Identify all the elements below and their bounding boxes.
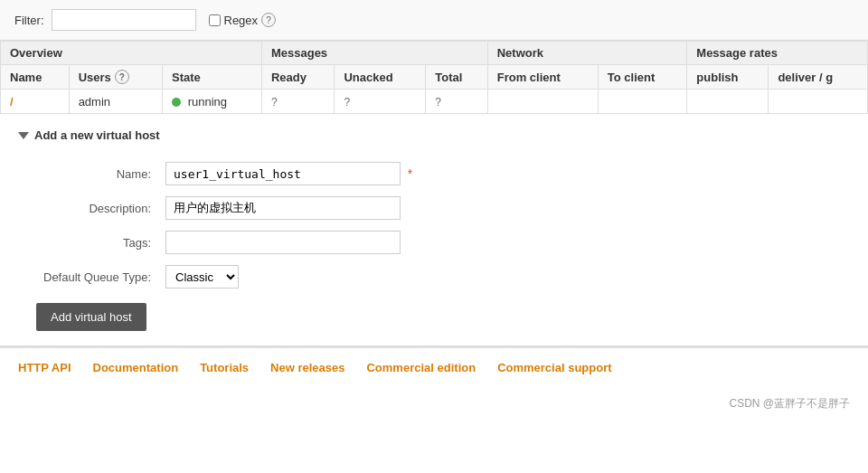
name-row: Name: *: [36, 156, 420, 191]
col-users: Users ?: [69, 65, 162, 90]
row-ready: ?: [261, 90, 334, 114]
footer-link-tutorials[interactable]: Tutorials: [200, 361, 249, 374]
toggle-triangle-icon: [18, 132, 29, 139]
section-toggle[interactable]: Add a new virtual host: [18, 128, 850, 142]
col-from-client: From client: [487, 65, 598, 90]
footer-link-http-api[interactable]: HTTP API: [18, 361, 71, 374]
filter-input[interactable]: [52, 9, 196, 31]
row-users: admin: [69, 90, 162, 114]
row-from-client: [487, 90, 598, 114]
name-label: Name:: [36, 156, 158, 191]
tags-input[interactable]: [165, 231, 401, 254]
regex-container: Regex ?: [209, 13, 277, 27]
tags-label: Tags:: [36, 225, 158, 260]
col-state: State: [163, 65, 262, 90]
name-input-cell: *: [158, 156, 420, 191]
row-name[interactable]: /: [1, 90, 70, 114]
name-required-star: *: [408, 166, 412, 181]
footer-link-commercial-edition[interactable]: Commercial edition: [366, 361, 476, 374]
filter-help-icon[interactable]: ?: [261, 13, 276, 27]
col-name: Name: [1, 65, 70, 90]
footer-link-commercial-support[interactable]: Commercial support: [497, 361, 611, 374]
overview-group-header: Overview: [1, 42, 262, 65]
col-to-client: To client: [598, 65, 687, 90]
total-link[interactable]: ?: [435, 96, 441, 109]
footer-credit: CSDN @蓝胖子不是胖子: [0, 393, 868, 421]
users-help-icon[interactable]: ?: [115, 70, 129, 84]
tags-row: Tags:: [36, 225, 420, 260]
group-header-row: Overview Messages Network Message rates: [1, 42, 868, 65]
description-input-cell: [158, 191, 420, 225]
message-rates-group-header: Message rates: [687, 42, 868, 65]
description-row: Description:: [36, 191, 420, 225]
add-vhost-button[interactable]: Add virtual host: [36, 303, 146, 331]
table-row: / admin running ? ? ?: [1, 90, 868, 114]
row-total: ?: [426, 90, 487, 114]
filter-label: Filter:: [14, 14, 44, 27]
filter-bar: Filter: Regex ?: [0, 0, 868, 41]
network-group-header: Network: [487, 42, 687, 65]
queue-type-select-cell: Classic Quorum Stream: [158, 260, 420, 294]
running-text: running: [188, 95, 227, 109]
row-deliver: [769, 90, 868, 114]
regex-label: Regex: [224, 14, 259, 27]
row-state: running: [163, 90, 262, 114]
regex-checkbox[interactable]: [209, 14, 221, 26]
queue-type-select[interactable]: Classic Quorum Stream: [165, 265, 239, 289]
vhost-table: Overview Messages Network Message rates …: [0, 41, 868, 114]
footer-link-new-releases[interactable]: New releases: [270, 361, 344, 374]
col-header-row: Name Users ? State Ready Unacked Total F…: [1, 65, 868, 90]
queue-type-row: Default Queue Type: Classic Quorum Strea…: [36, 260, 420, 294]
footer-links: HTTP API Documentation Tutorials New rel…: [0, 346, 868, 387]
messages-group-header: Messages: [261, 42, 487, 65]
col-ready: Ready: [261, 65, 334, 90]
description-label: Description:: [36, 191, 158, 225]
vhost-table-wrapper: Overview Messages Network Message rates …: [0, 41, 868, 114]
status-dot: [172, 98, 181, 107]
queue-type-label: Default Queue Type:: [36, 260, 158, 294]
unacked-link[interactable]: ?: [344, 96, 350, 109]
row-to-client: [598, 90, 687, 114]
description-input[interactable]: [165, 196, 401, 220]
add-vhost-section: Add a new virtual host Name: * Descripti…: [0, 114, 868, 346]
col-total: Total: [426, 65, 487, 90]
add-vhost-form: Name: * Description: Tags: Default Queue…: [36, 156, 420, 294]
name-input[interactable]: [165, 162, 401, 185]
col-deliver: deliver / g: [769, 65, 868, 90]
col-publish: publish: [687, 65, 769, 90]
ready-link[interactable]: ?: [271, 96, 278, 109]
footer-link-documentation[interactable]: Documentation: [93, 361, 179, 374]
tags-input-cell: [158, 225, 420, 260]
row-publish: [687, 90, 769, 114]
col-unacked: Unacked: [335, 65, 426, 90]
row-unacked: ?: [335, 90, 426, 114]
section-toggle-label: Add a new virtual host: [34, 128, 160, 142]
